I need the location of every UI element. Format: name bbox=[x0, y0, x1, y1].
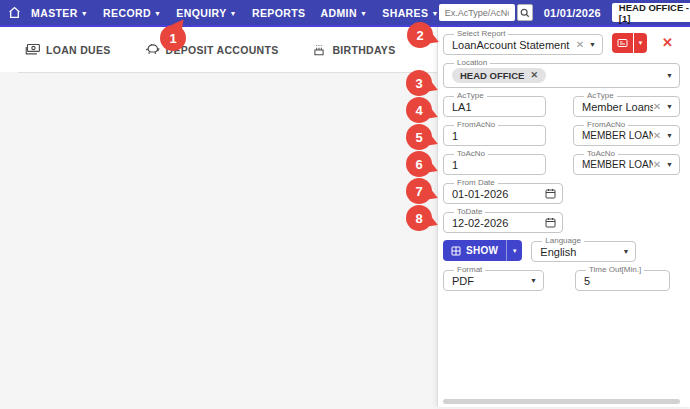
show-button-label: SHOW bbox=[466, 245, 498, 256]
report-filter-panel: Select Report LoanAccount Statement ✕ ▼ … bbox=[437, 27, 690, 407]
chevron-down-icon: ▼ bbox=[360, 10, 367, 17]
chevron-down-icon[interactable]: ▼ bbox=[622, 248, 629, 255]
left-pane: LOAN DUES DEPOSIT ACCOUNTS BIRTHDAYS bbox=[0, 27, 437, 407]
account-searchbox bbox=[439, 4, 533, 21]
to-acno-select-field[interactable]: ToAcNo MEMBER LOANS 1 ✕▼ bbox=[573, 150, 680, 175]
quick-links-toolbar: LOAN DUES DEPOSIT ACCOUNTS BIRTHDAYS bbox=[0, 27, 437, 72]
chip-remove-icon[interactable]: ✕ bbox=[530, 71, 538, 80]
annotation-marker-2: 2 bbox=[407, 22, 433, 48]
top-navigation-bar: MASTER▼ RECORD▼ ENQUIRY▼ REPORTS ADMIN▼ … bbox=[0, 0, 690, 27]
select-report-field[interactable]: Select Report LoanAccount Statement ✕ ▼ bbox=[443, 30, 603, 55]
field-label: Location bbox=[454, 59, 490, 67]
search-input[interactable] bbox=[439, 4, 515, 21]
chevron-down-icon[interactable]: ▼ bbox=[589, 41, 596, 48]
chevron-down-icon[interactable]: ▼ bbox=[530, 277, 537, 284]
from-date-row: From Date 01-01-2026 bbox=[443, 179, 680, 204]
chevron-down-icon[interactable]: ▼ bbox=[666, 161, 673, 168]
banknote-icon bbox=[25, 43, 40, 56]
toolbar-item-label: BIRTHDAYS bbox=[332, 44, 395, 56]
clear-icon[interactable]: ✕ bbox=[576, 40, 584, 50]
field-label: From Date bbox=[454, 179, 498, 187]
show-button[interactable]: SHOW bbox=[443, 240, 507, 261]
format-timeout-row: Format PDF ▼ Time Out[Min.] 5 bbox=[443, 266, 680, 291]
actype-select-field[interactable]: AcType Member Loans ✕▼ bbox=[573, 92, 680, 117]
clear-icon[interactable]: ✕ bbox=[653, 102, 661, 112]
branch-selector[interactable]: HEAD OFFICE -[1] ▼ bbox=[612, 3, 690, 22]
grid-icon bbox=[451, 246, 461, 256]
language-field[interactable]: Language English ▼ bbox=[531, 237, 636, 262]
from-acno-input-field[interactable]: FromAcNo 1 bbox=[443, 121, 546, 146]
field-label: ToDate bbox=[454, 208, 485, 216]
chevron-down-icon: ▼ bbox=[154, 10, 161, 17]
working-date: 01/01/2026 bbox=[544, 7, 601, 19]
annotation-marker-8: 8 bbox=[406, 205, 432, 231]
menu-item-master[interactable]: MASTER▼ bbox=[31, 7, 88, 19]
navbar-right-group: 01/01/2026 HEAD OFFICE -[1] ▼ image ▼ bbox=[439, 3, 690, 22]
actype-select-value: Member Loans bbox=[582, 101, 653, 113]
field-label: FromAcNo bbox=[454, 121, 498, 129]
menu-item-admin[interactable]: ADMIN▼ bbox=[320, 7, 367, 19]
from-acno-select-field[interactable]: FromAcNo MEMBER LOANS 1 ✕▼ bbox=[573, 121, 680, 146]
field-label: Select Report bbox=[454, 30, 508, 38]
actype-input-field[interactable]: AcType LA1 bbox=[443, 92, 546, 117]
location-field[interactable]: Location HEAD OFFICE ✕ ▼ bbox=[443, 59, 680, 88]
chevron-down-icon: ▼ bbox=[638, 40, 644, 46]
main-menu: MASTER▼ RECORD▼ ENQUIRY▼ REPORTS ADMIN▼ … bbox=[31, 7, 439, 19]
menu-label: RECORD bbox=[103, 7, 151, 19]
location-row: Location HEAD OFFICE ✕ ▼ bbox=[443, 59, 680, 88]
toolbar-item-loan-dues[interactable]: LOAN DUES bbox=[25, 43, 111, 56]
timeout-value: 5 bbox=[584, 275, 663, 287]
branch-selector-value: HEAD OFFICE -[1] bbox=[619, 2, 690, 24]
to-acno-input-field[interactable]: ToAcNo 1 bbox=[443, 150, 546, 175]
annotation-marker-6: 6 bbox=[406, 151, 432, 177]
format-field[interactable]: Format PDF ▼ bbox=[443, 266, 544, 291]
annotation-marker-1: 1 bbox=[160, 25, 186, 51]
actype-row: AcType LA1 AcType Member Loans ✕▼ bbox=[443, 92, 680, 117]
show-button-caret[interactable]: ▼ bbox=[507, 240, 522, 261]
chevron-down-icon[interactable]: ▼ bbox=[666, 103, 673, 110]
toolbar-item-birthdays[interactable]: BIRTHDAYS bbox=[312, 43, 395, 56]
annotation-marker-3: 3 bbox=[406, 70, 432, 96]
to-acno-select-value: MEMBER LOANS 1 bbox=[582, 159, 653, 170]
from-acno-value: 1 bbox=[452, 130, 539, 142]
menu-label: ADMIN bbox=[320, 7, 356, 19]
cake-icon bbox=[312, 43, 326, 56]
clear-icon[interactable]: ✕ bbox=[653, 160, 661, 170]
toolbar-item-label: LOAN DUES bbox=[46, 44, 111, 56]
menu-item-record[interactable]: RECORD▼ bbox=[103, 7, 161, 19]
report-action-split-button: ▼ bbox=[612, 33, 647, 53]
chevron-down-icon[interactable]: ▼ bbox=[666, 72, 673, 79]
menu-item-shares[interactable]: SHARES▼ bbox=[382, 7, 439, 19]
calendar-icon[interactable] bbox=[545, 217, 556, 228]
annotation-marker-4: 4 bbox=[406, 97, 432, 123]
report-action-caret[interactable]: ▼ bbox=[634, 33, 647, 53]
clear-icon[interactable]: ✕ bbox=[653, 131, 661, 141]
chevron-down-icon: ▼ bbox=[512, 248, 518, 254]
menu-label: REPORTS bbox=[252, 7, 306, 19]
field-label: Language bbox=[542, 237, 584, 245]
horizontal-scrollbar[interactable] bbox=[443, 399, 680, 404]
location-chip[interactable]: HEAD OFFICE ✕ bbox=[452, 68, 546, 83]
piggy-bank-icon bbox=[145, 43, 160, 56]
to-date-field[interactable]: ToDate 12-02-2026 bbox=[443, 208, 563, 233]
home-icon[interactable] bbox=[8, 6, 21, 19]
menu-item-reports[interactable]: REPORTS bbox=[252, 7, 306, 19]
search-icon bbox=[520, 8, 530, 18]
chevron-down-icon[interactable]: ▼ bbox=[666, 132, 673, 139]
show-split-button: SHOW ▼ bbox=[443, 240, 522, 261]
location-chip-label: HEAD OFFICE bbox=[460, 70, 524, 81]
show-language-row: SHOW ▼ Language English ▼ bbox=[443, 237, 680, 262]
chevron-down-icon: ▼ bbox=[431, 10, 438, 17]
from-date-field[interactable]: From Date 01-01-2026 bbox=[443, 179, 563, 204]
close-panel-icon[interactable]: ✕ bbox=[662, 36, 673, 49]
timeout-field[interactable]: Time Out[Min.] 5 bbox=[575, 266, 670, 291]
report-action-button[interactable] bbox=[612, 33, 633, 53]
chevron-down-icon: ▼ bbox=[81, 10, 88, 17]
menu-label: SHARES bbox=[382, 7, 428, 19]
content-area bbox=[0, 73, 437, 406]
to-date-row: ToDate 12-02-2026 bbox=[443, 208, 680, 233]
calendar-icon[interactable] bbox=[545, 188, 556, 199]
search-button[interactable] bbox=[517, 4, 533, 21]
field-label: Format bbox=[454, 266, 485, 274]
to-date-value: 12-02-2026 bbox=[452, 217, 545, 229]
